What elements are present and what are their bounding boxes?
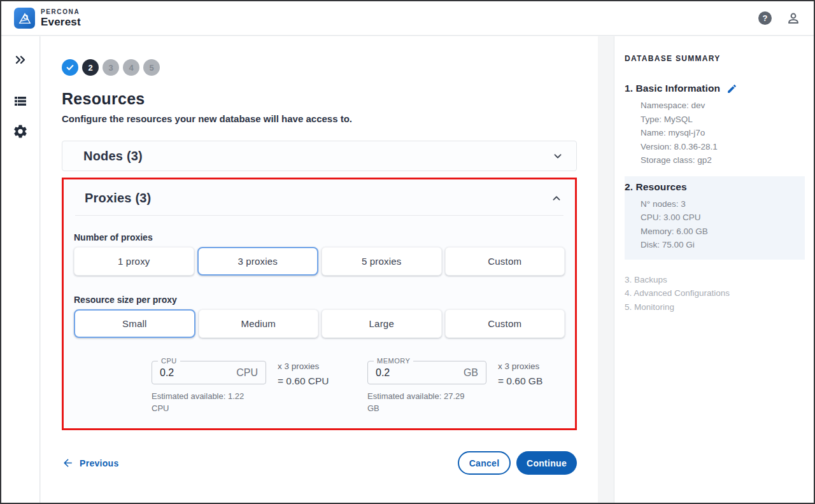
edit-pencil-icon[interactable] [726, 83, 737, 94]
size-option-custom[interactable]: Custom [445, 309, 565, 338]
size-option-small-selected[interactable]: Small [74, 309, 195, 338]
summary-basic-info-title: 1. Basic Information [625, 83, 720, 94]
summary-item-disk: Disk: 75.00 Gi [641, 238, 805, 252]
help-icon[interactable]: ? [758, 11, 772, 25]
percona-everest-logo-icon [14, 8, 35, 29]
wizard-main: 2 3 4 5 Resources Configure the resource… [41, 36, 598, 503]
proxies-accordion-title: Proxies (3) [85, 191, 151, 206]
divider [75, 215, 563, 216]
brand-text: PERCONA Everest [41, 9, 81, 27]
step-3[interactable]: 3 [103, 59, 119, 76]
step-indicator: 2 3 4 5 [62, 59, 577, 76]
cpu-input-label: CPU [158, 357, 180, 365]
cpu-estimate-text: Estimated available: 1.22 CPU [152, 390, 261, 414]
size-option-medium[interactable]: Medium [199, 309, 319, 338]
cpu-input[interactable]: CPU 0.2 CPU [152, 361, 266, 384]
summary-section-basic-information: 1. Basic Information Namespace: dev Type… [625, 83, 806, 167]
resource-inputs-row: CPU 0.2 CPU Estimated available: 1.22 CP… [152, 361, 575, 414]
memory-input-group: MEMORY 0.2 GB Estimated available: 27.29… [367, 361, 486, 414]
step-1-completed[interactable] [62, 59, 78, 76]
summary-item-memory: Memory: 6.00 GB [641, 225, 805, 239]
expand-sidebar-icon[interactable] [13, 52, 28, 67]
topbar-actions: ? [758, 11, 801, 26]
cancel-button[interactable]: Cancel [458, 451, 511, 475]
proxy-count-option-3-selected[interactable]: 3 proxies [197, 247, 319, 276]
page-subtitle: Configure the resources your new databas… [62, 113, 577, 124]
databases-nav-icon[interactable] [13, 94, 28, 109]
memory-input-label: MEMORY [374, 357, 413, 365]
cpu-input-value: 0.2 [160, 367, 174, 379]
summary-resources-title: 2. Resources [625, 181, 687, 193]
summary-item-type: Type: MySQL [641, 113, 806, 127]
proxies-accordion-header[interactable]: Proxies (3) [64, 191, 575, 206]
size-option-large[interactable]: Large [322, 309, 442, 338]
cpu-total-text: = 0.60 CPU [278, 375, 344, 387]
step-5[interactable]: 5 [143, 59, 160, 76]
chevron-up-icon[interactable] [549, 192, 563, 206]
proxy-count-option-1[interactable]: 1 proxy [74, 247, 194, 276]
summary-section-backups: 3. Backups [625, 273, 806, 287]
summary-title: DATABASE SUMMARY [625, 54, 806, 63]
brand-logo-group[interactable]: PERCONA Everest [14, 8, 81, 29]
number-of-proxies-label: Number of proxies [74, 232, 565, 242]
number-of-proxies-toggle-group: 1 proxy 3 proxies 5 proxies Custom [74, 247, 565, 276]
summary-section-advanced-configurations: 4. Advanced Configurations [625, 286, 806, 300]
nodes-accordion-title: Nodes (3) [83, 149, 143, 164]
summary-upcoming-sections: 3. Backups 4. Advanced Configurations 5.… [625, 273, 806, 314]
brand-percona: PERCONA [41, 9, 81, 15]
summary-item-cpu: CPU: 3.00 CPU [641, 211, 805, 225]
previous-button[interactable]: Previous [62, 457, 119, 469]
proxies-accordion-expanded-highlighted: Proxies (3) Number of proxies 1 proxy 3 … [62, 178, 577, 430]
summary-item-name: Name: mysql-j7o [641, 126, 806, 140]
memory-input-suffix: GB [464, 367, 478, 379]
summary-item-namespace: Namespace: dev [641, 99, 806, 113]
memory-estimate-text: Estimated available: 27.29 GB [367, 390, 477, 414]
nodes-accordion-header[interactable]: Nodes (3) [62, 141, 577, 171]
database-summary-sidebar: DATABASE SUMMARY 1. Basic Information Na… [614, 36, 814, 503]
summary-section-resources-active: 2. Resources N° nodes: 3 CPU: 3.00 CPU M… [625, 176, 805, 260]
account-icon[interactable] [786, 11, 801, 26]
settings-gear-icon[interactable] [13, 123, 29, 139]
memory-input-value: 0.2 [376, 367, 390, 379]
summary-item-version: Version: 8.0.36-28.1 [641, 140, 806, 154]
summary-section-monitoring: 5. Monitoring [625, 300, 806, 314]
resource-size-toggle-group: Small Medium Large Custom [74, 309, 565, 338]
left-nav-rail [1, 36, 40, 503]
cpu-input-suffix: CPU [236, 367, 258, 379]
brand-everest: Everest [41, 17, 81, 27]
cpu-multiplier-block: x 3 proxies = 0.60 CPU [278, 361, 344, 414]
proxy-count-option-5[interactable]: 5 proxies [322, 247, 442, 276]
proxy-count-option-custom[interactable]: Custom [445, 247, 565, 276]
app-header: PERCONA Everest ? [1, 1, 814, 36]
memory-multiplier-block: x 3 proxies = 0.60 GB [498, 361, 565, 414]
summary-item-nodes: N° nodes: 3 [641, 197, 805, 211]
previous-label: Previous [80, 458, 119, 468]
arrow-left-icon [62, 457, 74, 469]
summary-item-storage-class: Storage class: gp2 [641, 153, 806, 167]
memory-input[interactable]: MEMORY 0.2 GB [367, 361, 486, 384]
resource-size-label: Resource size per proxy [74, 295, 565, 305]
step-4[interactable]: 4 [123, 59, 139, 76]
memory-multiplier-text: x 3 proxies [498, 361, 565, 371]
continue-button[interactable]: Continue [516, 451, 577, 475]
chevron-down-icon[interactable] [551, 149, 565, 163]
checkmark-icon [66, 63, 74, 72]
wizard-footer: Previous Cancel Continue [62, 451, 577, 475]
memory-total-text: = 0.60 GB [498, 375, 565, 387]
step-2-active[interactable]: 2 [82, 59, 99, 76]
cpu-multiplier-text: x 3 proxies [278, 361, 344, 371]
cpu-input-group: CPU 0.2 CPU Estimated available: 1.22 CP… [152, 361, 266, 414]
page-title: Resources [62, 90, 577, 108]
